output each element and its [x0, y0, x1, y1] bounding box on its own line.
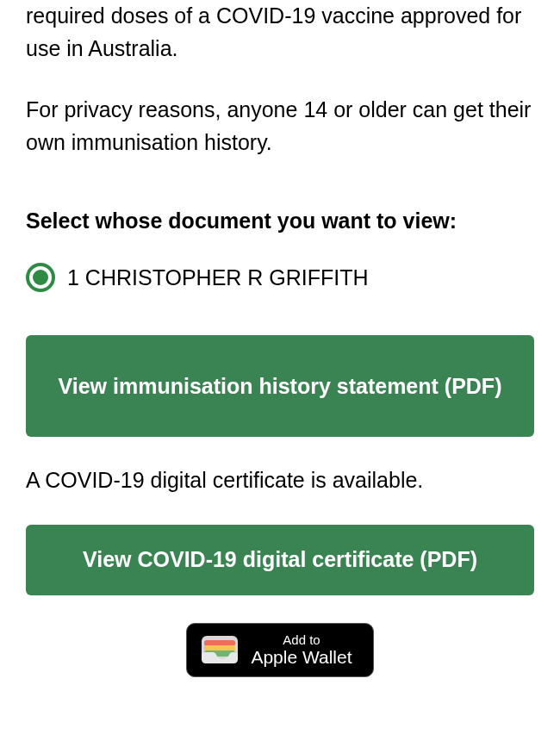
svg-rect-1: [204, 640, 235, 646]
wallet-add-to-label: Add to: [251, 632, 352, 647]
intro-paragraph-1: required doses of a COVID-19 vaccine app…: [26, 0, 534, 65]
svg-rect-2: [204, 645, 235, 651]
wallet-brand-label: Apple Wallet: [251, 647, 352, 668]
add-to-apple-wallet-button[interactable]: Add to Apple Wallet: [186, 623, 373, 677]
intro-paragraph-2: For privacy reasons, anyone 14 or older …: [26, 94, 534, 159]
certificate-available-text: A COVID-19 digital certificate is availa…: [26, 464, 534, 497]
apple-wallet-icon: [201, 635, 239, 664]
person-name-label: 1 CHRISTOPHER R GRIFFITH: [67, 265, 369, 290]
radio-selected-icon: [26, 263, 55, 292]
select-document-heading: Select whose document you want to view:: [26, 209, 534, 233]
person-radio-option[interactable]: 1 CHRISTOPHER R GRIFFITH: [26, 263, 534, 292]
view-immunisation-history-button[interactable]: View immunisation history statement (PDF…: [26, 335, 534, 437]
view-covid-certificate-button[interactable]: View COVID-19 digital certificate (PDF): [26, 525, 534, 595]
